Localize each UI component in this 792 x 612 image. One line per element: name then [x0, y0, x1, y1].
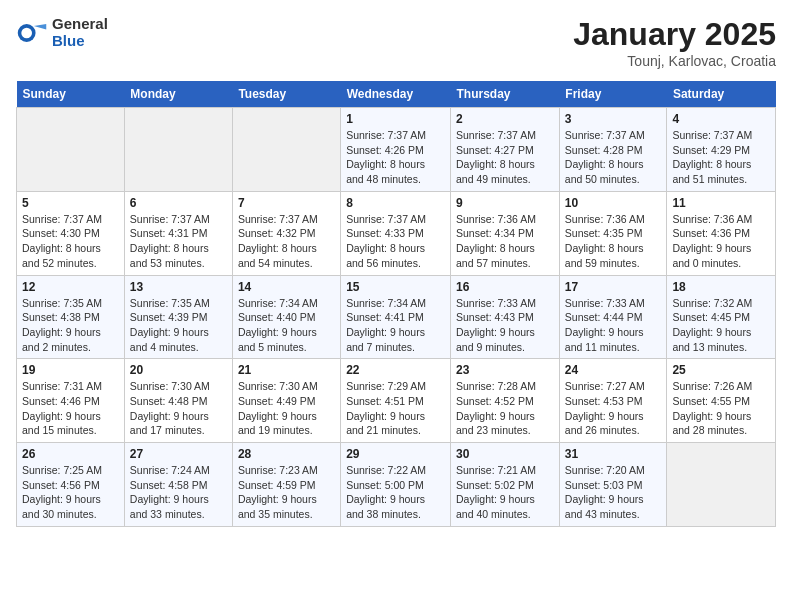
day-number: 21	[238, 363, 335, 377]
calendar-cell: 5Sunrise: 7:37 AM Sunset: 4:30 PM Daylig…	[17, 191, 125, 275]
calendar-cell: 13Sunrise: 7:35 AM Sunset: 4:39 PM Dayli…	[124, 275, 232, 359]
day-number: 22	[346, 363, 445, 377]
calendar-cell: 17Sunrise: 7:33 AM Sunset: 4:44 PM Dayli…	[559, 275, 667, 359]
day-number: 11	[672, 196, 770, 210]
day-number: 31	[565, 447, 662, 461]
day-number: 17	[565, 280, 662, 294]
weekday-header-row: SundayMondayTuesdayWednesdayThursdayFrid…	[17, 81, 776, 108]
calendar-cell: 31Sunrise: 7:20 AM Sunset: 5:03 PM Dayli…	[559, 443, 667, 527]
day-number: 9	[456, 196, 554, 210]
calendar-cell: 19Sunrise: 7:31 AM Sunset: 4:46 PM Dayli…	[17, 359, 125, 443]
calendar-cell: 15Sunrise: 7:34 AM Sunset: 4:41 PM Dayli…	[341, 275, 451, 359]
day-info: Sunrise: 7:25 AM Sunset: 4:56 PM Dayligh…	[22, 463, 119, 522]
calendar-cell: 4Sunrise: 7:37 AM Sunset: 4:29 PM Daylig…	[667, 108, 776, 192]
calendar-cell	[232, 108, 340, 192]
day-info: Sunrise: 7:37 AM Sunset: 4:30 PM Dayligh…	[22, 212, 119, 271]
calendar-cell	[124, 108, 232, 192]
logo-general-text: General	[52, 16, 108, 33]
calendar-table: SundayMondayTuesdayWednesdayThursdayFrid…	[16, 81, 776, 527]
day-info: Sunrise: 7:23 AM Sunset: 4:59 PM Dayligh…	[238, 463, 335, 522]
calendar-cell: 9Sunrise: 7:36 AM Sunset: 4:34 PM Daylig…	[451, 191, 560, 275]
calendar-week-row: 1Sunrise: 7:37 AM Sunset: 4:26 PM Daylig…	[17, 108, 776, 192]
day-info: Sunrise: 7:20 AM Sunset: 5:03 PM Dayligh…	[565, 463, 662, 522]
day-info: Sunrise: 7:34 AM Sunset: 4:40 PM Dayligh…	[238, 296, 335, 355]
day-info: Sunrise: 7:26 AM Sunset: 4:55 PM Dayligh…	[672, 379, 770, 438]
weekday-header: Friday	[559, 81, 667, 108]
calendar-cell: 7Sunrise: 7:37 AM Sunset: 4:32 PM Daylig…	[232, 191, 340, 275]
day-number: 19	[22, 363, 119, 377]
day-number: 2	[456, 112, 554, 126]
day-number: 29	[346, 447, 445, 461]
calendar-cell: 6Sunrise: 7:37 AM Sunset: 4:31 PM Daylig…	[124, 191, 232, 275]
day-info: Sunrise: 7:31 AM Sunset: 4:46 PM Dayligh…	[22, 379, 119, 438]
day-number: 28	[238, 447, 335, 461]
day-info: Sunrise: 7:28 AM Sunset: 4:52 PM Dayligh…	[456, 379, 554, 438]
weekday-header: Saturday	[667, 81, 776, 108]
day-info: Sunrise: 7:37 AM Sunset: 4:26 PM Dayligh…	[346, 128, 445, 187]
weekday-header: Tuesday	[232, 81, 340, 108]
day-info: Sunrise: 7:37 AM Sunset: 4:29 PM Dayligh…	[672, 128, 770, 187]
calendar-cell: 30Sunrise: 7:21 AM Sunset: 5:02 PM Dayli…	[451, 443, 560, 527]
day-number: 12	[22, 280, 119, 294]
day-info: Sunrise: 7:32 AM Sunset: 4:45 PM Dayligh…	[672, 296, 770, 355]
logo-text: General Blue	[52, 16, 108, 49]
calendar-body: 1Sunrise: 7:37 AM Sunset: 4:26 PM Daylig…	[17, 108, 776, 527]
svg-point-1	[21, 27, 32, 38]
calendar-week-row: 12Sunrise: 7:35 AM Sunset: 4:38 PM Dayli…	[17, 275, 776, 359]
day-info: Sunrise: 7:27 AM Sunset: 4:53 PM Dayligh…	[565, 379, 662, 438]
weekday-header: Wednesday	[341, 81, 451, 108]
svg-marker-2	[34, 24, 46, 29]
day-info: Sunrise: 7:37 AM Sunset: 4:27 PM Dayligh…	[456, 128, 554, 187]
day-info: Sunrise: 7:30 AM Sunset: 4:49 PM Dayligh…	[238, 379, 335, 438]
weekday-header: Sunday	[17, 81, 125, 108]
day-info: Sunrise: 7:35 AM Sunset: 4:38 PM Dayligh…	[22, 296, 119, 355]
calendar-cell: 3Sunrise: 7:37 AM Sunset: 4:28 PM Daylig…	[559, 108, 667, 192]
location-subtitle: Tounj, Karlovac, Croatia	[573, 53, 776, 69]
day-info: Sunrise: 7:37 AM Sunset: 4:28 PM Dayligh…	[565, 128, 662, 187]
calendar-cell: 21Sunrise: 7:30 AM Sunset: 4:49 PM Dayli…	[232, 359, 340, 443]
day-number: 27	[130, 447, 227, 461]
day-number: 3	[565, 112, 662, 126]
day-info: Sunrise: 7:29 AM Sunset: 4:51 PM Dayligh…	[346, 379, 445, 438]
day-info: Sunrise: 7:33 AM Sunset: 4:43 PM Dayligh…	[456, 296, 554, 355]
calendar-cell: 10Sunrise: 7:36 AM Sunset: 4:35 PM Dayli…	[559, 191, 667, 275]
calendar-cell: 8Sunrise: 7:37 AM Sunset: 4:33 PM Daylig…	[341, 191, 451, 275]
day-info: Sunrise: 7:30 AM Sunset: 4:48 PM Dayligh…	[130, 379, 227, 438]
day-number: 20	[130, 363, 227, 377]
day-info: Sunrise: 7:34 AM Sunset: 4:41 PM Dayligh…	[346, 296, 445, 355]
calendar-cell: 2Sunrise: 7:37 AM Sunset: 4:27 PM Daylig…	[451, 108, 560, 192]
weekday-header: Thursday	[451, 81, 560, 108]
day-number: 1	[346, 112, 445, 126]
day-number: 15	[346, 280, 445, 294]
day-info: Sunrise: 7:24 AM Sunset: 4:58 PM Dayligh…	[130, 463, 227, 522]
calendar-cell: 12Sunrise: 7:35 AM Sunset: 4:38 PM Dayli…	[17, 275, 125, 359]
day-number: 10	[565, 196, 662, 210]
calendar-cell	[17, 108, 125, 192]
day-info: Sunrise: 7:37 AM Sunset: 4:31 PM Dayligh…	[130, 212, 227, 271]
day-number: 5	[22, 196, 119, 210]
day-number: 4	[672, 112, 770, 126]
day-number: 14	[238, 280, 335, 294]
day-info: Sunrise: 7:36 AM Sunset: 4:35 PM Dayligh…	[565, 212, 662, 271]
calendar-cell: 27Sunrise: 7:24 AM Sunset: 4:58 PM Dayli…	[124, 443, 232, 527]
calendar-cell: 20Sunrise: 7:30 AM Sunset: 4:48 PM Dayli…	[124, 359, 232, 443]
day-info: Sunrise: 7:33 AM Sunset: 4:44 PM Dayligh…	[565, 296, 662, 355]
calendar-header: SundayMondayTuesdayWednesdayThursdayFrid…	[17, 81, 776, 108]
logo-blue-text: Blue	[52, 33, 108, 50]
weekday-header: Monday	[124, 81, 232, 108]
title-block: January 2025 Tounj, Karlovac, Croatia	[573, 16, 776, 69]
calendar-cell	[667, 443, 776, 527]
day-number: 25	[672, 363, 770, 377]
month-title: January 2025	[573, 16, 776, 53]
day-number: 18	[672, 280, 770, 294]
calendar-cell: 16Sunrise: 7:33 AM Sunset: 4:43 PM Dayli…	[451, 275, 560, 359]
day-info: Sunrise: 7:36 AM Sunset: 4:34 PM Dayligh…	[456, 212, 554, 271]
page-header: General Blue January 2025 Tounj, Karlova…	[16, 16, 776, 69]
calendar-cell: 1Sunrise: 7:37 AM Sunset: 4:26 PM Daylig…	[341, 108, 451, 192]
day-number: 16	[456, 280, 554, 294]
day-number: 8	[346, 196, 445, 210]
calendar-week-row: 5Sunrise: 7:37 AM Sunset: 4:30 PM Daylig…	[17, 191, 776, 275]
calendar-cell: 26Sunrise: 7:25 AM Sunset: 4:56 PM Dayli…	[17, 443, 125, 527]
day-number: 30	[456, 447, 554, 461]
logo-icon	[16, 17, 48, 49]
